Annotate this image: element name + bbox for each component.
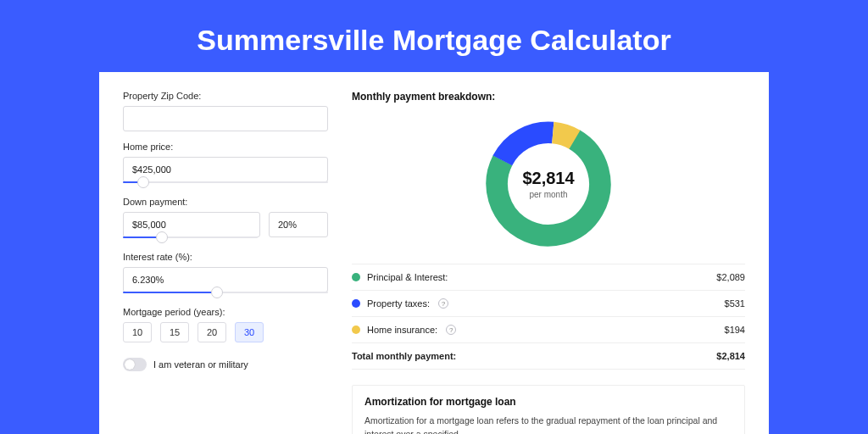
- rate-input[interactable]: [123, 267, 328, 292]
- legend-value: $2,089: [716, 272, 745, 282]
- dot-icon: [352, 299, 360, 308]
- down-percent-input[interactable]: [269, 212, 328, 237]
- legend-row-taxes: Property taxes: ? $531: [352, 291, 745, 317]
- legend-row-principal: Principal & Interest: $2,089: [352, 264, 745, 291]
- legend-total-label: Total monthly payment:: [352, 351, 456, 361]
- down-amount-input[interactable]: [123, 212, 260, 237]
- price-input[interactable]: [123, 157, 328, 182]
- summary-column: Monthly payment breakdown: $2,814 per mo…: [352, 91, 745, 434]
- price-slider[interactable]: [123, 181, 328, 183]
- legend-label: Principal & Interest:: [367, 272, 448, 282]
- down-group: Down payment:: [123, 197, 328, 238]
- dot-icon: [352, 326, 360, 334]
- period-20-button[interactable]: 20: [198, 322, 226, 342]
- amortization-section: Amortization for mortgage loan Amortizat…: [352, 385, 745, 434]
- calculator-card: Property Zip Code: Home price: Down paym…: [99, 72, 769, 434]
- info-icon[interactable]: ?: [438, 298, 448, 309]
- veteran-toggle[interactable]: [123, 358, 147, 371]
- zip-input[interactable]: [123, 106, 328, 131]
- donut-chart: $2,814 per month: [352, 109, 745, 264]
- period-10-button[interactable]: 10: [123, 322, 152, 342]
- period-label: Mortgage period (years):: [123, 307, 328, 317]
- price-group: Home price:: [123, 142, 328, 183]
- rate-slider-thumb[interactable]: [211, 287, 223, 298]
- rate-label: Interest rate (%):: [123, 252, 328, 262]
- inputs-column: Property Zip Code: Home price: Down paym…: [123, 91, 328, 434]
- price-slider-thumb[interactable]: [137, 176, 149, 188]
- price-label: Home price:: [123, 142, 328, 152]
- amortization-text: Amortization for a mortgage loan refers …: [364, 415, 732, 434]
- legend-total-value: $2,814: [716, 351, 745, 361]
- period-15-button[interactable]: 15: [160, 322, 189, 342]
- legend-row-total: Total monthly payment: $2,814: [352, 343, 745, 370]
- zip-label: Property Zip Code:: [123, 91, 328, 101]
- info-icon[interactable]: ?: [446, 325, 456, 335]
- veteran-label: I am veteran or military: [153, 359, 248, 370]
- legend-label: Property taxes:: [367, 298, 430, 309]
- rate-group: Interest rate (%):: [123, 252, 328, 293]
- page-title: Summersville Mortgage Calculator: [197, 24, 670, 57]
- period-30-button[interactable]: 30: [235, 322, 264, 342]
- down-label: Down payment:: [123, 197, 328, 207]
- veteran-row: I am veteran or military: [123, 358, 328, 371]
- down-slider[interactable]: [123, 236, 258, 238]
- donut-subtext: per month: [529, 190, 567, 199]
- period-group: Mortgage period (years): 10 15 20 30: [123, 307, 328, 342]
- period-options: 10 15 20 30: [123, 322, 328, 342]
- zip-group: Property Zip Code:: [123, 91, 328, 131]
- legend-row-insurance: Home insurance: ? $194: [352, 317, 745, 343]
- legend: Principal & Interest: $2,089 Property ta…: [352, 264, 745, 370]
- breakdown-header: Monthly payment breakdown:: [352, 91, 745, 103]
- donut-amount: $2,814: [522, 169, 574, 188]
- legend-label: Home insurance:: [367, 325, 437, 335]
- down-slider-thumb[interactable]: [156, 231, 168, 243]
- amortization-header: Amortization for mortgage loan: [364, 396, 732, 408]
- dot-icon: [352, 273, 360, 281]
- rate-slider[interactable]: [123, 292, 328, 293]
- legend-value: $194: [725, 325, 745, 335]
- legend-value: $531: [725, 298, 745, 309]
